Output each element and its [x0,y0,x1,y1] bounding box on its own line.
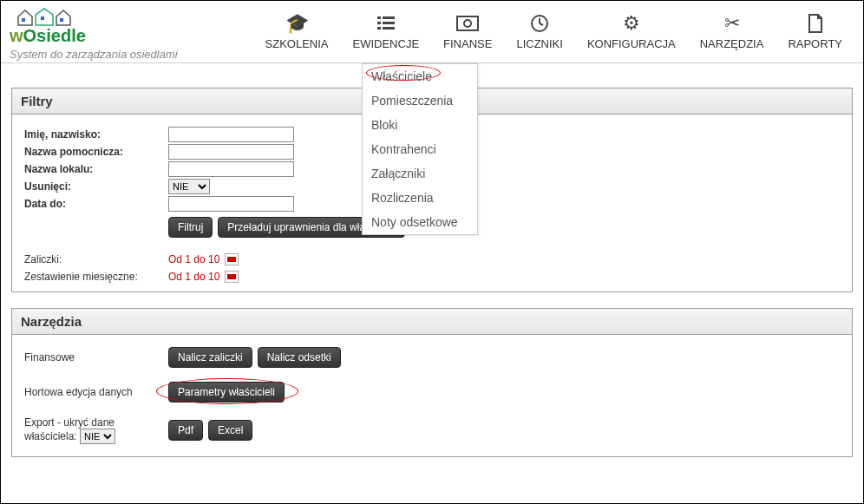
date-to-label: Data do: [24,198,168,210]
svg-rect-3 [22,18,25,22]
svg-rect-12 [457,16,478,30]
local-name-input[interactable] [168,161,294,177]
deleted-select[interactable]: NIE [168,179,210,194]
nav-raporty[interactable]: RAPORTY [776,11,854,50]
nav-label: FINANSE [443,37,492,50]
svg-rect-11 [383,27,395,29]
svg-point-13 [464,20,471,27]
hortowa-label: Hortowa edycja danych [24,386,168,398]
nav-label: KONFIGURACJA [587,37,676,50]
pdf-icon[interactable] [225,271,239,283]
svg-rect-8 [377,22,381,24]
scissors-icon: ✂ [700,11,764,36]
dropdown-noty[interactable]: Noty odsetkowe [363,210,477,234]
logo-prefix: w [10,26,23,45]
document-icon [788,11,842,36]
logo-area: wOsiedle System do zarządzania osiedlami [10,4,253,62]
dropdown-zalaczniki[interactable]: Załączniki [363,161,477,186]
nav-finanse[interactable]: FINANSE [431,11,504,50]
nav-narzedzia[interactable]: ✂ NARZĘDZIA [688,11,776,50]
deleted-label: Usunięci: [24,180,168,193]
header: wOsiedle System do zarządzania osiedlami… [1,1,863,63]
export-hide-select[interactable]: NIE [80,429,115,444]
money-icon [443,11,492,36]
logo-suffix: Osiedle [23,26,86,45]
export-label: Export - ukryć dane właściciela: NIE [24,416,168,444]
tools-body: Finansowe Nalicz zaliczki Nalicz odsetki… [12,335,852,456]
nav-liczniki[interactable]: LICZNIKI [504,11,574,50]
logo-text: wOsiedle [10,26,253,46]
svg-rect-10 [377,27,381,29]
svg-rect-4 [41,16,44,20]
dropdown-bloki[interactable]: Bloki [363,113,477,137]
export-pdf-button[interactable]: Pdf [168,420,203,441]
logo-icon [10,6,88,27]
svg-rect-7 [383,16,395,19]
gear-icon: ⚙ [587,11,676,36]
graduation-icon: 🎓 [265,11,329,36]
nalicz-zaliczki-button[interactable]: Nalicz zaliczki [168,347,252,368]
ewidencje-dropdown: Właściciele Pomieszczenia Bloki Kontrahe… [362,63,478,235]
tools-panel-title: Narzędzia [12,309,852,335]
nav-ewidencje[interactable]: EWIDENCJE [341,11,432,50]
svg-marker-0 [18,10,32,25]
dropdown-kontrahenci[interactable]: Kontrahenci [363,137,477,161]
nav-label: LICZNIKI [516,37,562,50]
nav-szkolenia[interactable]: 🎓 SZKOLENIA [253,11,341,50]
date-to-input[interactable] [168,196,294,212]
dropdown-pomieszczenia[interactable]: Pomieszczenia [363,88,477,113]
zaliczki-label: Zaliczki: [24,253,168,265]
svg-line-16 [540,23,543,25]
aux-name-input[interactable] [168,144,294,160]
tagline: System do zarządzania osiedlami [10,48,253,62]
zestawienie-link[interactable]: Od 1 do 10 [168,271,219,283]
parametry-wlascicieli-button[interactable]: Parametry właścicieli [168,382,285,403]
nav-label: NARZĘDZIA [700,37,764,50]
nav-label: SZKOLENIA [265,37,329,50]
name-label: Imię, nazwisko: [24,128,168,141]
aux-name-label: Nazwa pomocnicza: [24,146,168,158]
nav-label: EWIDENCJE [353,37,420,50]
nav-konfiguracja[interactable]: ⚙ KONFIGURACJA [575,11,688,50]
tools-panel: Narzędzia Finansowe Nalicz zaliczki Nali… [11,308,853,457]
svg-marker-2 [56,10,70,25]
list-icon [353,11,420,36]
export-excel-button[interactable]: Excel [208,420,252,441]
dropdown-label: Właściciele [371,69,432,83]
nav-label: RAPORTY [788,37,842,50]
main-nav: 🎓 SZKOLENIA EWIDENCJE FINANSE LICZNIKI ⚙… [253,4,854,50]
filter-button[interactable]: Filtruj [168,217,213,238]
dropdown-wlasciciele[interactable]: Właściciele [363,64,477,88]
pdf-icon[interactable] [225,253,239,265]
svg-rect-5 [60,18,63,22]
clock-icon [516,11,562,36]
local-name-label: Nazwa lokalu: [24,163,168,175]
svg-rect-9 [383,22,395,24]
zestawienie-label: Zestawienie miesięczne: [24,271,168,283]
nalicz-odsetki-button[interactable]: Nalicz odsetki [258,347,341,368]
name-input[interactable] [168,127,294,142]
dropdown-rozliczenia[interactable]: Rozliczenia [363,186,477,210]
zaliczki-link[interactable]: Od 1 do 10 [168,253,219,265]
finansowe-label: Finansowe [24,351,168,363]
svg-rect-6 [377,16,381,19]
